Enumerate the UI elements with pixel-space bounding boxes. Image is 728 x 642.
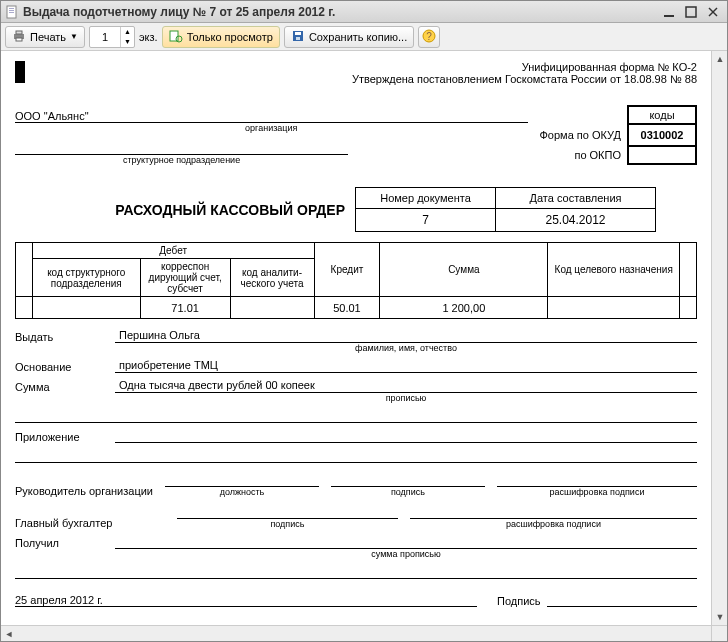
basis-value: приобретение ТМЦ [115, 359, 697, 373]
credit-header: Кредит [314, 243, 380, 297]
doc-number-label: Номер документа [356, 188, 496, 209]
struct-code-header: код структурного подразделения [32, 259, 140, 297]
svg-rect-1 [9, 8, 14, 9]
fields: Выдать Першина Ольга фамилия, имя, отчес… [15, 329, 697, 607]
sum-words-sublabel-2: сумма прописью [115, 549, 697, 559]
svg-rect-4 [664, 15, 674, 17]
svg-rect-11 [170, 31, 178, 41]
okpo-value [628, 146, 696, 164]
doc-date-value: 25.04.2012 [496, 209, 656, 232]
help-button[interactable]: ? [418, 26, 440, 48]
sum-line-2 [15, 409, 697, 423]
copies-spinner[interactable]: ▲ ▼ [89, 26, 135, 48]
spin-up-button[interactable]: ▲ [120, 27, 134, 37]
header-table: Номер документа Дата составления 7 25.04… [355, 187, 656, 232]
approval-label: Утверждена постановлением Госкомстата Ро… [15, 73, 697, 85]
received-label: Получил [15, 537, 115, 549]
codes-box: коды Форма по ОКУД0310002 по ОКПО [540, 105, 698, 165]
okpo-label: по ОКПО [540, 146, 629, 164]
codes-header: коды [628, 106, 696, 124]
structural-unit-line [15, 141, 348, 155]
issue-label: Выдать [15, 331, 115, 343]
unified-form-label: Унифицированная форма № КО-2 [15, 61, 697, 73]
decode-sublabel-1: расшифровка подписи [497, 487, 697, 497]
analytic-header: код аналити- ческого учета [230, 259, 314, 297]
sum-words-label: Сумма [15, 381, 115, 393]
preview-button[interactable]: Только просмотр [162, 26, 280, 48]
scroll-up-button[interactable]: ▲ [712, 51, 727, 67]
attachment-value [115, 429, 697, 443]
scroll-corner [711, 625, 727, 641]
document-icon [5, 5, 19, 19]
svg-rect-9 [16, 31, 22, 34]
svg-rect-10 [16, 38, 22, 41]
save-icon [291, 29, 305, 45]
head-label: Руководитель организации [15, 485, 153, 497]
bottom-date-value: 25 апреля 2012 г. [15, 594, 477, 607]
copies-input[interactable] [90, 31, 120, 43]
purpose-header: Код целевого назначения [548, 243, 680, 297]
fio-sublabel: фамилия, имя, отчество [115, 343, 697, 353]
horizontal-scrollbar[interactable]: ◄ ► [1, 625, 711, 641]
credit-value: 50.01 [314, 297, 380, 319]
structural-unit-sublabel: структурное подразделение [15, 155, 348, 165]
svg-rect-3 [9, 12, 14, 13]
decode-sublabel-2: расшифровка подписи [410, 519, 697, 529]
save-label: Сохранить копию... [309, 31, 407, 43]
signature-line [547, 593, 697, 607]
print-button[interactable]: Печать ▼ [5, 26, 85, 48]
save-copy-button[interactable]: Сохранить копию... [284, 26, 414, 48]
accountant-label: Главный бухгалтер [15, 517, 165, 529]
form-info: Унифицированная форма № КО-2 Утверждена … [15, 61, 697, 85]
close-button[interactable] [703, 4, 723, 20]
head-position-line [165, 473, 319, 487]
spin-down-button[interactable]: ▼ [120, 37, 134, 47]
received-value [115, 535, 697, 549]
document-area: Унифицированная форма № КО-2 Утверждена … [1, 51, 727, 641]
minimize-button[interactable] [659, 4, 679, 20]
scroll-left-button[interactable]: ◄ [1, 626, 17, 641]
preview-icon [169, 29, 183, 45]
attachment-label: Приложение [15, 431, 115, 443]
doc-number-value: 7 [356, 209, 496, 232]
head-decode-line [497, 473, 697, 487]
debet-header: Дебет [32, 243, 314, 259]
svg-rect-15 [296, 37, 300, 40]
print-label: Печать [30, 31, 66, 43]
corr-value: 71.01 [140, 297, 230, 319]
basis-label: Основание [15, 361, 115, 373]
organization-sublabel: организация [15, 123, 528, 133]
dropdown-icon: ▼ [70, 32, 78, 41]
accountant-sign-line [177, 505, 398, 519]
corr-header: корреспон дирующий счет, субсчет [140, 259, 230, 297]
organization-value: ООО "Альянс" [15, 110, 528, 123]
scroll-down-button[interactable]: ▼ [712, 609, 727, 625]
head-sign-line [331, 473, 485, 487]
titlebar: Выдача подотчетному лицу № 7 от 25 апрел… [1, 1, 727, 23]
copies-suffix: экз. [139, 31, 158, 43]
sum-words-value: Одна тысяча двести рублей 00 копеек [115, 379, 697, 393]
vertical-scrollbar[interactable]: ▲ ▼ [711, 51, 727, 625]
maximize-button[interactable] [681, 4, 701, 20]
svg-rect-14 [295, 32, 301, 35]
signature-label: Подпись [497, 595, 541, 607]
sum-header: Сумма [380, 243, 548, 297]
position-sublabel: должность [165, 487, 319, 497]
sum-value: 1 200,00 [380, 297, 548, 319]
svg-text:?: ? [426, 31, 432, 42]
document-title: РАСХОДНЫЙ КАССОВЫЙ ОРДЕР [15, 202, 355, 218]
attachment-line-2 [15, 449, 697, 463]
sum-words-sublabel: прописью [115, 393, 697, 403]
svg-rect-2 [9, 10, 14, 11]
okud-value: 0310002 [628, 124, 696, 146]
main-table: Дебет Кредит Сумма Код целевого назначен… [15, 242, 697, 319]
preview-label: Только просмотр [187, 31, 273, 43]
accountant-decode-line [410, 505, 697, 519]
window-title: Выдача подотчетному лицу № 7 от 25 апрел… [23, 5, 657, 19]
received-line-2 [15, 565, 697, 579]
svg-rect-5 [686, 7, 696, 17]
help-icon: ? [422, 29, 436, 45]
issue-value: Першина Ольга [115, 329, 697, 343]
window: Выдача подотчетному лицу № 7 от 25 апрел… [0, 0, 728, 642]
sign-sublabel-2: подпись [177, 519, 398, 529]
